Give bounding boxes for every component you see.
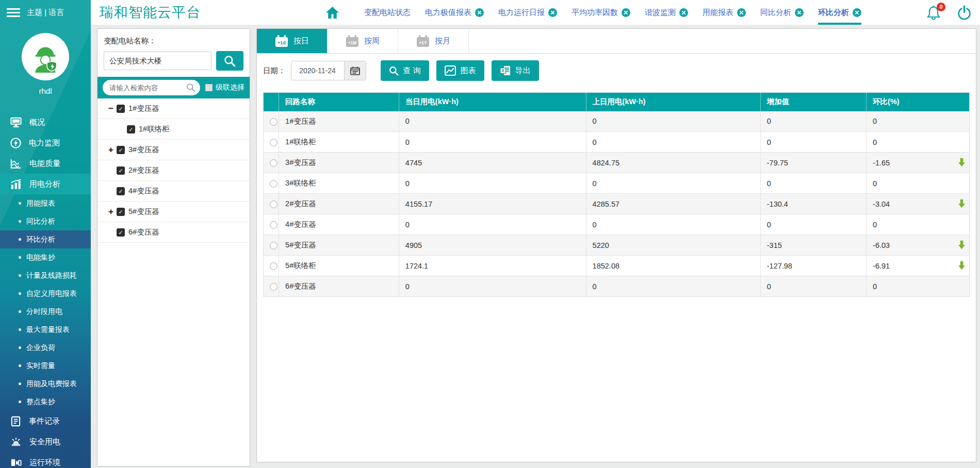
sidebar-item-power-quality[interactable]: 电能质量 xyxy=(0,153,91,174)
topbar-tab[interactable]: 电力运行日报 xyxy=(498,0,557,25)
increase-cell: 0 xyxy=(760,111,866,132)
sidebar-submenu-item[interactable]: 企业负荷 xyxy=(0,339,91,357)
tab-close-icon[interactable] xyxy=(679,8,688,17)
checkbox-checked-icon[interactable]: ✓ xyxy=(117,146,125,154)
tab-by-week[interactable]: +1M 按周 xyxy=(328,29,398,53)
tree-expander[interactable]: − xyxy=(107,105,115,113)
sidebar-item-label: 事件记录 xyxy=(29,416,60,426)
tree-node[interactable]: + ✓ 3#变压器 xyxy=(97,140,250,160)
tree-node[interactable]: + ✓ 5#变压器 xyxy=(97,202,250,222)
search-icon xyxy=(389,66,399,76)
topbar-tab[interactable]: 变配电站状态 xyxy=(364,0,411,25)
sidebar-submenu-item[interactable]: 自定义用电报表 xyxy=(0,285,91,303)
sidebar-submenu-item[interactable]: 环比分析 xyxy=(0,230,91,248)
row-radio-button[interactable] xyxy=(270,159,277,167)
topbar-tab[interactable]: 用能报表 xyxy=(703,0,746,25)
circuit-cell: 1#变压器 xyxy=(279,111,399,132)
radio-column-header xyxy=(264,93,279,111)
topbar-tab[interactable]: 电力极值报表 xyxy=(425,0,484,25)
sidebar-submenu: 用能报表 同比分析 环比分析 电能集抄 计量及线路损耗 自定义用电报表 分时段用… xyxy=(0,194,91,411)
row-radio-button[interactable] xyxy=(270,139,277,146)
column-header-today: 当日用电(kW·h) xyxy=(399,93,586,111)
export-button-label: 导出 xyxy=(515,66,531,76)
checkbox-checked-icon[interactable]: ✓ xyxy=(117,166,125,175)
date-picker[interactable]: 2020-11-24 xyxy=(291,61,366,80)
sidebar-submenu-item[interactable]: 分时段用电 xyxy=(0,303,91,321)
tab-close-icon[interactable] xyxy=(548,8,557,17)
checkbox-checked-icon[interactable]: ✓ xyxy=(117,228,125,237)
checkbox-checked-icon[interactable]: ✓ xyxy=(117,208,125,216)
row-radio-button[interactable] xyxy=(270,242,277,249)
calendar-button[interactable] xyxy=(344,61,366,80)
sidebar-item-power-monitoring[interactable]: 电力监测 xyxy=(0,132,91,153)
checkbox-checked-icon[interactable]: ✓ xyxy=(117,105,125,113)
sidebar-item-overview[interactable]: 概况 xyxy=(0,112,91,132)
sidebar-submenu-item[interactable]: 用能及电费报表 xyxy=(0,375,91,393)
today-usage-cell: 1724.1 xyxy=(399,256,586,276)
tab-close-icon[interactable] xyxy=(795,8,804,17)
hamburger-menu-icon[interactable] xyxy=(7,6,20,19)
tab-close-icon[interactable] xyxy=(622,8,630,17)
cascade-select-checkbox[interactable] xyxy=(205,84,213,91)
home-button[interactable] xyxy=(325,6,339,19)
tree-node[interactable]: ✓ 4#变压器 xyxy=(97,181,250,202)
yesterday-usage-cell: 0 xyxy=(586,173,760,194)
logout-button[interactable] xyxy=(957,5,972,20)
sidebar-submenu-item[interactable]: 实时需量 xyxy=(0,357,91,375)
sidebar-item-event-log[interactable]: 事件记录 xyxy=(0,411,91,431)
row-radio-button[interactable] xyxy=(270,118,277,126)
sidebar-item-usage-analysis[interactable]: 用电分析 xyxy=(0,174,91,194)
checkbox-checked-icon[interactable]: ✓ xyxy=(127,125,135,133)
query-button[interactable]: 查 询 xyxy=(381,60,429,81)
radio-cell xyxy=(264,276,279,297)
tab-close-icon[interactable] xyxy=(737,8,746,17)
tree-expander[interactable]: + xyxy=(107,208,115,216)
tree-search-input[interactable] xyxy=(103,80,200,95)
tab-close-icon[interactable] xyxy=(853,8,861,17)
sidebar-item-electrical-safety[interactable]: 安全用电 xyxy=(0,431,91,452)
sidebar-item-operating-environment[interactable]: 运行环境 xyxy=(0,452,91,468)
tree-node[interactable]: ✓ 2#变压器 xyxy=(97,160,250,181)
sidebar-submenu-item[interactable]: 用能报表 xyxy=(0,194,91,212)
sidebar-submenu-item[interactable]: 电能集抄 xyxy=(0,248,91,266)
row-radio-button[interactable] xyxy=(270,180,277,188)
page-title: 瑞和智能云平台 xyxy=(100,3,201,22)
tree-node[interactable]: − ✓ 1#变压器 xyxy=(97,98,250,119)
theme-language-switcher[interactable]: 主题 | 语言 xyxy=(27,8,64,18)
tab-by-day[interactable]: +1d 按日 xyxy=(257,29,328,53)
tree-expander[interactable]: + xyxy=(107,146,115,154)
row-radio-button[interactable] xyxy=(270,262,277,270)
tree-node-label: 1#变压器 xyxy=(128,104,159,113)
row-radio-button[interactable] xyxy=(270,200,277,208)
topbar-tab[interactable]: 平均功率因数 xyxy=(571,0,630,25)
tree-node-label: 3#变压器 xyxy=(128,145,159,155)
notifications-button[interactable]: 0 xyxy=(926,5,941,21)
topbar-tab[interactable]: 环比分析 xyxy=(818,0,861,25)
export-button[interactable]: X 导出 xyxy=(492,60,539,81)
tab-close-icon[interactable] xyxy=(475,8,484,17)
chart-button[interactable]: 图表 xyxy=(436,60,484,81)
tab-by-month[interactable]: +1Y 按月 xyxy=(398,29,469,53)
increase-cell: 0 xyxy=(760,132,866,153)
sidebar-submenu-label: 计量及线路损耗 xyxy=(26,271,77,280)
topbar-tab[interactable]: 同比分析 xyxy=(760,0,804,25)
station-name-input[interactable] xyxy=(104,52,211,70)
bullet-icon xyxy=(19,382,21,385)
column-header-ratio: 环比(%) xyxy=(867,93,970,111)
power-icon xyxy=(957,5,972,20)
row-radio-button[interactable] xyxy=(270,221,277,229)
station-search-button[interactable] xyxy=(216,51,243,71)
tree-node[interactable]: ✓ 6#变压器 xyxy=(97,222,250,243)
checkbox-checked-icon[interactable]: ✓ xyxy=(117,187,125,195)
sidebar-submenu-item[interactable]: 最大需量报表 xyxy=(0,321,91,339)
sidebar-submenu-item[interactable]: 同比分析 xyxy=(0,212,91,230)
sidebar-submenu-label: 电能集抄 xyxy=(26,253,55,262)
sidebar-submenu-label: 用能报表 xyxy=(26,199,55,208)
sidebar-item-label: 运行环境 xyxy=(29,458,60,467)
topbar-tab[interactable]: 谐波监测 xyxy=(645,0,688,25)
tree-node[interactable]: ✓ 1#联络柜 xyxy=(97,119,250,140)
row-radio-button[interactable] xyxy=(270,283,277,291)
sidebar-submenu-item[interactable]: 整点集抄 xyxy=(0,393,91,411)
excel-icon: X xyxy=(500,65,511,76)
sidebar-submenu-item[interactable]: 计量及线路损耗 xyxy=(0,266,91,285)
